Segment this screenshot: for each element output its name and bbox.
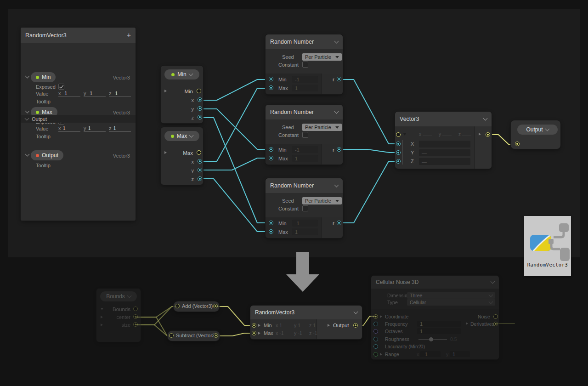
foldout-triangle-icon[interactable] — [380, 315, 382, 318]
output-pill[interactable]: Output — [517, 125, 558, 135]
port-subtract-in[interactable] — [169, 333, 174, 338]
max-field[interactable]: 1 — [292, 155, 318, 162]
port-v3-z[interactable] — [396, 159, 401, 164]
randomvector3-node[interactable]: RandomVector3 Min x 1 y 1 z 1 Max x -1 y… — [250, 306, 362, 339]
add-property-button[interactable]: + — [127, 31, 131, 40]
chevron-down-icon[interactable] — [25, 152, 30, 157]
port-bounds-out[interactable] — [133, 307, 138, 311]
add-vector3-node[interactable]: Add (Vector3) — [174, 301, 219, 312]
port-min-x[interactable] — [198, 97, 202, 102]
output-section-header[interactable]: Output — [21, 115, 136, 123]
min-field[interactable]: -1 — [292, 146, 318, 153]
parameter-pill[interactable]: Min — [164, 69, 199, 79]
port-add-in[interactable] — [175, 304, 180, 308]
constant-checkbox[interactable] — [302, 132, 308, 138]
foldout-triangle-icon[interactable] — [101, 308, 103, 310]
port-bounds-center[interactable] — [133, 314, 138, 319]
port-range[interactable] — [373, 352, 378, 357]
min-field[interactable]: -1 — [292, 220, 318, 227]
chevron-down-icon[interactable] — [334, 109, 339, 114]
port-v3-composite[interactable] — [396, 132, 401, 137]
frequency-field[interactable]: 1 — [417, 321, 461, 327]
port-derivatives-out[interactable] — [493, 322, 498, 326]
cellular-noise-node[interactable]: Cellular Noise 3D Dimensions Three Type … — [371, 276, 499, 359]
parameter-node-max[interactable]: Max Max x y z — [161, 127, 203, 185]
foldout-triangle-icon[interactable] — [164, 151, 167, 154]
z-field[interactable]: — — [419, 158, 470, 165]
min-field[interactable]: -1 — [292, 76, 318, 83]
foldout-triangle-icon[interactable] — [164, 90, 167, 92]
value-field-x[interactable]: x -1 — [58, 91, 80, 97]
edge-size-sub[interactable] — [136, 325, 171, 336]
port-add-out[interactable] — [213, 304, 218, 308]
x-field[interactable]: — — [419, 141, 470, 148]
node-header[interactable]: Cellular Noise 3D — [371, 276, 499, 289]
value-field-y[interactable]: y -1 — [84, 91, 106, 97]
port-max-composite[interactable] — [197, 150, 201, 155]
node-header[interactable]: RandomVector3 — [250, 306, 362, 319]
parameter-pill[interactable]: Max — [164, 131, 199, 141]
chevron-down-icon[interactable] — [354, 310, 358, 314]
node-header[interactable]: Random Number — [266, 105, 343, 119]
edge-add-rv3min[interactable] — [216, 307, 254, 325]
foldout-triangle-icon[interactable] — [101, 316, 103, 318]
octaves-field[interactable]: 1 — [417, 328, 461, 334]
chevron-down-icon[interactable] — [334, 39, 339, 44]
random-number-node[interactable]: Random Number Seed Per Particle Constant… — [266, 178, 343, 238]
port-rn-min[interactable] — [269, 147, 273, 152]
node-header[interactable]: Random Number — [266, 178, 343, 193]
port-max-x[interactable] — [198, 159, 202, 164]
port-rn-r[interactable] — [337, 147, 341, 152]
value-field-z[interactable]: z -1 — [109, 91, 131, 97]
seed-dropdown[interactable]: Per Particle — [302, 53, 342, 61]
chevron-down-icon[interactable] — [25, 109, 30, 114]
node-header[interactable]: Random Number — [266, 34, 343, 49]
roughness-slider-handle[interactable] — [429, 337, 433, 341]
dimensions-dropdown[interactable]: Three — [407, 292, 495, 299]
random-number-node[interactable]: Random Number Seed Per Particle Constant… — [266, 105, 343, 165]
port-subtract-out[interactable] — [214, 333, 218, 338]
port-min-y[interactable] — [198, 106, 202, 111]
port-lacunarity[interactable] — [373, 344, 378, 349]
value-field-z[interactable]: z 1 — [109, 125, 131, 132]
port-rv3-out[interactable] — [353, 323, 358, 328]
property-pill-output[interactable]: Output — [31, 150, 63, 160]
value-field-x[interactable]: x 1 — [58, 125, 80, 132]
max-field[interactable]: 1 — [292, 228, 318, 235]
port-rn-r[interactable] — [337, 221, 341, 225]
exposed-checkbox[interactable] — [58, 84, 64, 90]
range-x-field[interactable]: -1 — [420, 351, 441, 357]
value-field-y[interactable]: y 1 — [84, 125, 106, 132]
port-rn-max[interactable] — [269, 156, 273, 160]
port-octaves[interactable] — [373, 329, 378, 334]
port-min-z[interactable] — [198, 115, 202, 119]
type-dropdown[interactable]: Cellular — [407, 299, 495, 306]
constant-checkbox[interactable] — [302, 62, 308, 68]
chevron-down-icon[interactable] — [491, 279, 495, 284]
port-max-z[interactable] — [198, 176, 202, 181]
port-v3-out[interactable] — [486, 132, 490, 137]
port-noise-out[interactable] — [493, 314, 498, 319]
port-rn-min[interactable] — [269, 77, 273, 81]
port-rv3-max[interactable] — [252, 331, 256, 335]
chevron-down-icon[interactable] — [334, 183, 339, 187]
subgraph-asset-card[interactable]: RandomVector3 — [524, 216, 571, 276]
blackboard-header[interactable]: RandomVector3 + — [21, 28, 136, 43]
port-max-y[interactable] — [198, 168, 202, 172]
parameter-node-min[interactable]: Min Min x y z — [161, 66, 203, 123]
foldout-triangle-icon[interactable] — [258, 332, 260, 335]
parameter-pill[interactable]: Bounds — [100, 291, 137, 301]
port-rn-max[interactable] — [269, 85, 273, 90]
port-coordinate[interactable] — [373, 314, 378, 319]
port-output-in[interactable] — [515, 142, 520, 146]
chevron-down-icon[interactable] — [483, 116, 488, 121]
constant-checkbox[interactable] — [302, 205, 308, 211]
node-header[interactable]: Vector3 — [395, 112, 492, 126]
port-bounds-size[interactable] — [133, 322, 138, 327]
foldout-triangle-icon[interactable] — [101, 324, 103, 326]
port-rn-min[interactable] — [269, 221, 273, 225]
seed-dropdown[interactable]: Per Particle — [302, 124, 342, 131]
port-roughness[interactable] — [373, 337, 378, 341]
output-node[interactable]: Output — [511, 120, 560, 149]
subtract-vector3-node[interactable]: Subtract (Vector3) — [168, 331, 220, 341]
